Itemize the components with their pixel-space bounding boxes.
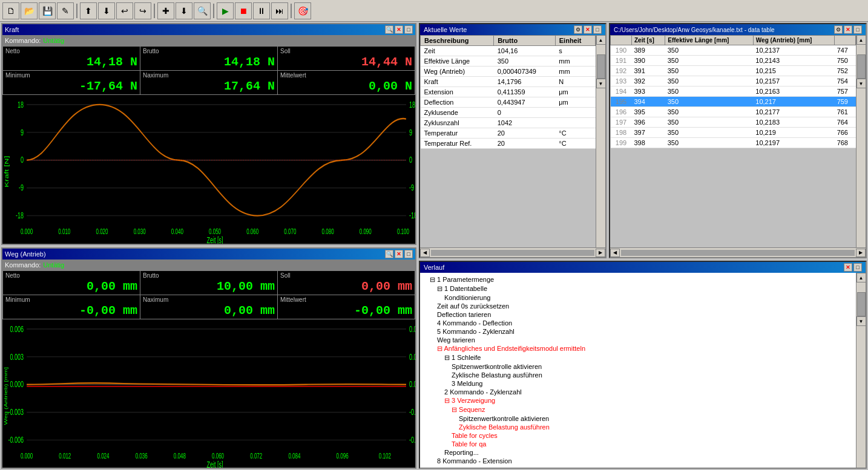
toolbar-target[interactable]: 🎯	[294, 2, 311, 19]
file-table-row[interactable]: 199 398 350 10,2197 768	[611, 138, 856, 148]
verlauf-thumb[interactable]	[857, 292, 866, 316]
tree-item[interactable]: ⊟ 1 Datentabelle	[422, 284, 853, 293]
tree-item[interactable]: Weg tarieren	[422, 336, 853, 344]
scroll-down-btn[interactable]: ▼	[596, 79, 606, 88]
tree-item[interactable]: ⊟ 3 Verzweigung	[422, 396, 853, 405]
toolbar-edit[interactable]: ✎	[57, 2, 74, 19]
toolbar-stop[interactable]: ⏹	[235, 2, 252, 19]
aktuelle-werte-row[interactable]: Extension 0,411359 μm	[421, 87, 596, 97]
aktuelle-werte-expand-btn[interactable]: □	[593, 25, 602, 34]
cell-extra: 747	[835, 45, 856, 56]
aktuelle-werte-row[interactable]: Zyklusende 0	[421, 108, 596, 118]
verlauf-close-btn[interactable]: ✕	[844, 263, 852, 272]
aktuelle-werte-hscroll[interactable]: ◀ ▶	[420, 247, 605, 257]
file-scrollbar-thumb[interactable]	[857, 54, 866, 79]
verlauf-expand-btn[interactable]: □	[853, 263, 862, 272]
aktuelle-werte-row[interactable]: Weg (Antrieb) 0,000407349 mm	[421, 67, 596, 77]
file-scroll-down-btn[interactable]: ▼	[856, 79, 866, 88]
kraft-close-btn[interactable]: ✕	[395, 25, 403, 34]
tree-item[interactable]: ⊟ 1 Parametermenge	[422, 275, 853, 284]
file-table-row[interactable]: 193 392 350 10,2157 754	[611, 76, 856, 86]
aktuelle-werte-scrollbar[interactable]: ▲ ▼	[596, 35, 605, 247]
file-hscroll-left[interactable]: ◀	[610, 249, 620, 257]
toolbar-new[interactable]: 🗋	[2, 2, 19, 19]
toolbar-open[interactable]: 📂	[21, 2, 38, 19]
file-table-scrollbar[interactable]: ▲ ▼	[856, 35, 866, 247]
kraft-search-btn[interactable]: 🔍	[385, 25, 393, 34]
toolbar-save[interactable]: 💾	[39, 2, 56, 19]
aktuelle-werte-close-btn[interactable]: ✕	[584, 25, 592, 34]
file-table-scroll[interactable]: Zeit [s] Effektive Länge [mm] Weg (Antri…	[610, 35, 866, 247]
hscroll-left-btn[interactable]: ◀	[420, 249, 430, 257]
weg-maximize-btn[interactable]: □	[404, 250, 413, 258]
hscroll-track[interactable]	[431, 250, 594, 256]
tree-item[interactable]: Deflection tarieren	[422, 310, 853, 319]
file-scroll-up-btn[interactable]: ▲	[856, 35, 866, 45]
kraft-maximize-btn[interactable]: □	[404, 25, 413, 34]
file-table-row[interactable]: 198 397 350 10,219 766	[611, 128, 856, 138]
kraft-kommando-status: Untätig	[43, 37, 64, 44]
tree-item[interactable]: Zyklische Belastung ausführen	[422, 371, 853, 379]
aktuelle-werte-row[interactable]: Effektive Länge 350 mm	[421, 56, 596, 67]
toolbar-redo[interactable]: ↪	[134, 2, 151, 19]
file-settings-btn[interactable]: ⚙	[834, 25, 843, 34]
scrollbar-thumb[interactable]	[597, 54, 605, 79]
verlauf-scroll-up[interactable]: ▲	[856, 273, 866, 282]
tree-item[interactable]: Zyklische Belastung ausführen	[422, 423, 853, 431]
file-hscroll[interactable]: ◀ ▶	[610, 247, 866, 257]
aktuelle-werte-row[interactable]: Temperatur 20 °C	[421, 128, 596, 139]
toolbar-down[interactable]: ⬇	[98, 2, 115, 19]
aktuelle-werte-row[interactable]: Kraft 14,1796 N	[421, 77, 596, 87]
toolbar-undo[interactable]: ↩	[116, 2, 133, 19]
toolbar-up[interactable]: ⬆	[80, 2, 97, 19]
aktuelle-werte-row[interactable]: Zeit 104,16 s	[421, 46, 596, 56]
kraft-title: Kraft	[5, 26, 19, 33]
svg-text:0.010: 0.010	[58, 227, 70, 235]
aktuelle-werte-settings-btn[interactable]: ⚙	[574, 25, 582, 34]
tree-item[interactable]: Table for qa	[422, 440, 853, 448]
file-expand-btn[interactable]: □	[853, 25, 862, 34]
aktuelle-werte-scroll[interactable]: Beschreibung Brutto Einheit Zeit 104,16 …	[420, 35, 605, 247]
file-table-row[interactable]: 191 390 350 10,2143 750	[611, 56, 856, 66]
tree-item[interactable]: ⊟ Sequenz	[422, 405, 853, 414]
toolbar-pause[interactable]: ⏸	[253, 2, 270, 19]
tree-item[interactable]: ⊟ 1 Schleife	[422, 353, 853, 362]
toolbar-play[interactable]: ▶	[217, 2, 234, 19]
tree-item[interactable]: Reporting...	[422, 448, 853, 457]
tree-item[interactable]: 4 Kommando - Deflection	[422, 319, 853, 327]
tree-item[interactable]: ⊟ Anfängliches und Endsteifigkeitsmodul …	[422, 344, 853, 353]
toolbar-zoom[interactable]: 🔍	[194, 2, 211, 19]
verlauf-scrollbar[interactable]: ▲ ▼	[856, 273, 866, 468]
file-hscroll-right[interactable]: ▶	[856, 249, 866, 257]
tree-item[interactable]: Zeit auf 0s zurücksetzen	[422, 302, 853, 310]
tree-item[interactable]: Konditionierung	[422, 293, 853, 302]
weg-search-btn[interactable]: 🔍	[385, 250, 393, 258]
file-table-row[interactable]: 190 389 350 10,2137 747	[611, 45, 856, 56]
cell-zeit: 397	[632, 128, 665, 138]
file-close-btn[interactable]: ✕	[844, 25, 852, 34]
tree-item[interactable]: Spitzenwertkontrolle aktivieren	[422, 414, 853, 423]
file-table-row[interactable]: 194 393 350 10,2163 757	[611, 86, 856, 97]
file-hscroll-track[interactable]	[621, 250, 855, 256]
toolbar-download[interactable]: ⬇	[176, 2, 192, 19]
file-table-row[interactable]: 195 394 350 10,217 759	[611, 97, 856, 107]
tree-item[interactable]: 2 Kommando - Zyklenzahl	[422, 388, 853, 396]
aktuelle-werte-row[interactable]: Deflection 0,443947 μm	[421, 97, 596, 108]
toolbar-add[interactable]: ✚	[157, 2, 174, 19]
tree-item[interactable]: 5 Kommando - Zyklenzahl	[422, 327, 853, 336]
file-table-row[interactable]: 192 391 350 10,215 752	[611, 66, 856, 76]
file-table-row[interactable]: 196 395 350 10,2177 761	[611, 107, 856, 117]
hscroll-right-btn[interactable]: ▶	[596, 249, 605, 257]
weg-close-btn[interactable]: ✕	[395, 250, 403, 258]
aktuelle-werte-row[interactable]: Temperatur Ref. 20 °C	[421, 139, 596, 149]
tree-item[interactable]: Table for cycles	[422, 431, 853, 440]
file-table-row[interactable]: 197 396 350 10,2183 764	[611, 117, 856, 128]
verlauf-scroll-down[interactable]: ▼	[856, 316, 866, 326]
tree-item[interactable]: 8 Kommando - Extension	[422, 457, 853, 465]
verlauf-tree[interactable]: ⊟ 1 Parametermenge⊟ 1 DatentabelleKondit…	[420, 273, 856, 468]
aktuelle-werte-row[interactable]: Zyklusnzahl 1042	[421, 118, 596, 128]
toolbar-skip[interactable]: ⏭	[271, 2, 288, 19]
tree-item[interactable]: 3 Meldung	[422, 379, 853, 388]
scroll-up-btn[interactable]: ▲	[596, 35, 606, 45]
tree-item[interactable]: Spitzenwertkontrolle aktivieren	[422, 362, 853, 371]
